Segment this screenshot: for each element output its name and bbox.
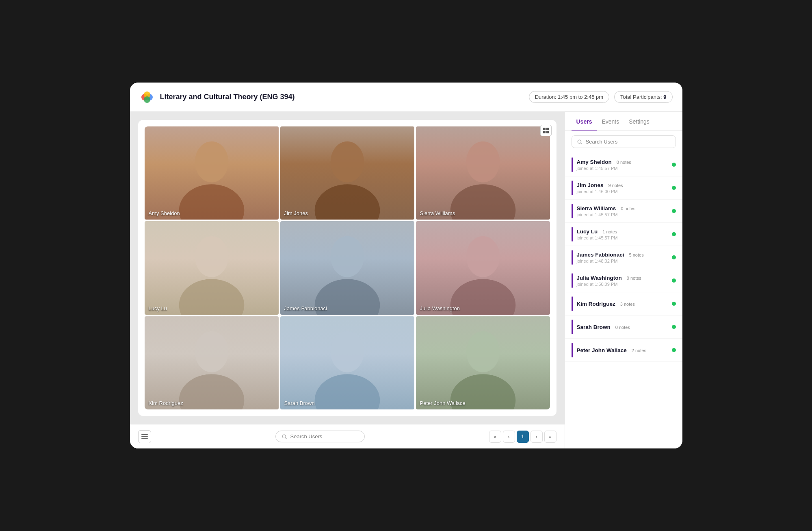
user-info: Sierra Williams0 notesjoined at 1:45:57 … bbox=[577, 205, 669, 217]
user-name: Kim Rodriguez bbox=[577, 301, 615, 307]
user-info: Kim Rodriguez3 notes bbox=[577, 301, 669, 307]
video-cell-amy-sheldon[interactable]: Amy Sheldon bbox=[145, 126, 279, 220]
sidebar-search-input[interactable] bbox=[586, 139, 671, 145]
main-layout: Amy SheldonJim JonesSierra WilliamsLucy … bbox=[130, 112, 682, 448]
user-list-item[interactable]: Kim Rodriguez3 notes bbox=[565, 292, 682, 316]
svg-point-24 bbox=[578, 140, 581, 143]
person-silhouette bbox=[416, 221, 550, 314]
sidebar-search-area bbox=[565, 131, 682, 153]
user-info: Sarah Brown0 notes bbox=[577, 324, 669, 330]
video-cell-label: Jim Jones bbox=[284, 210, 308, 216]
sidebar-search-bar[interactable] bbox=[572, 135, 676, 148]
svg-point-4 bbox=[179, 184, 244, 220]
svg-point-7 bbox=[330, 141, 364, 183]
person-silhouette bbox=[145, 221, 279, 314]
video-container: Amy SheldonJim JonesSierra WilliamsLucy … bbox=[138, 120, 556, 416]
video-cell-lucy-lu[interactable]: Lucy Lu bbox=[145, 221, 279, 314]
svg-point-18 bbox=[314, 374, 380, 409]
video-cell-label: Sierra Williams bbox=[420, 210, 455, 216]
user-list-item[interactable]: Amy Sheldon0 notesjoined at 1:45:57 PM bbox=[565, 153, 682, 176]
user-notes: 2 notes bbox=[632, 348, 646, 353]
user-name: Amy Sheldon bbox=[577, 159, 612, 165]
user-notes: 5 notes bbox=[629, 252, 644, 257]
svg-point-19 bbox=[330, 331, 364, 372]
tab-events[interactable]: Events bbox=[597, 112, 624, 131]
video-cell-kim-rodriguez[interactable]: Kim Rodriguez bbox=[145, 316, 279, 409]
user-online-status bbox=[672, 209, 676, 213]
video-cell-label: Lucy Lu bbox=[149, 305, 167, 311]
pagination: « ‹ 1 › » bbox=[489, 431, 556, 443]
video-cell-peter-john-wallace[interactable]: Peter John Wallace bbox=[416, 316, 550, 409]
page-next-button[interactable]: › bbox=[531, 431, 543, 443]
svg-point-3 bbox=[144, 96, 150, 103]
user-info: Amy Sheldon0 notesjoined at 1:45:57 PM bbox=[577, 159, 669, 171]
user-list-item[interactable]: James Fabbionaci5 notesjoined at 1:48:02… bbox=[565, 246, 682, 269]
svg-point-9 bbox=[466, 141, 500, 183]
sidebar-tabs: Users Events Settings bbox=[565, 112, 682, 131]
page-1-button[interactable]: 1 bbox=[517, 431, 529, 443]
sidebar-search-icon bbox=[577, 139, 582, 145]
svg-point-10 bbox=[179, 279, 244, 315]
svg-point-6 bbox=[314, 184, 380, 220]
person-silhouette bbox=[280, 316, 414, 409]
user-notes: 0 notes bbox=[617, 160, 631, 165]
user-info: Lucy Lu1 notesjoined at 1:45:57 PM bbox=[577, 229, 669, 240]
user-notes: 9 notes bbox=[608, 183, 623, 188]
right-sidebar: Users Events Settings Amy Sheldon0 notes… bbox=[565, 112, 682, 448]
user-online-status bbox=[672, 186, 676, 190]
page-first-button[interactable]: « bbox=[489, 431, 501, 443]
svg-point-17 bbox=[195, 331, 228, 372]
user-name: Jim Jones bbox=[577, 182, 604, 188]
tab-users[interactable]: Users bbox=[572, 112, 597, 131]
user-accent-bar bbox=[572, 343, 573, 357]
user-joined: joined at 1:48:02 PM bbox=[577, 259, 669, 263]
svg-point-8 bbox=[450, 184, 515, 220]
video-cell-james-fabbionaci[interactable]: James Fabbionaci bbox=[280, 221, 414, 314]
user-name: Julia Washington bbox=[577, 275, 622, 281]
grid-view-button[interactable] bbox=[540, 125, 552, 136]
video-cell-label: Julia Washington bbox=[420, 305, 460, 311]
svg-point-13 bbox=[330, 236, 364, 277]
user-list-item[interactable]: Sarah Brown0 notes bbox=[565, 316, 682, 339]
page-title: Literary and Cultural Theory (ENG 394) bbox=[160, 93, 529, 101]
svg-line-25 bbox=[580, 143, 582, 144]
user-accent-bar bbox=[572, 250, 573, 265]
video-cell-julia-washington[interactable]: Julia Washington bbox=[416, 221, 550, 314]
user-list-item[interactable]: Jim Jones9 notesjoined at 1:46:00 PM bbox=[565, 176, 682, 200]
bottom-search-input[interactable] bbox=[290, 433, 359, 440]
sidebar-toggle-button[interactable] bbox=[138, 430, 151, 443]
user-joined: joined at 1:45:57 PM bbox=[577, 166, 669, 171]
user-list-item[interactable]: Lucy Lu1 notesjoined at 1:45:57 PM bbox=[565, 223, 682, 246]
person-silhouette bbox=[145, 316, 279, 409]
bottom-search-bar[interactable] bbox=[275, 431, 365, 442]
user-info: Peter John Wallace2 notes bbox=[577, 347, 669, 353]
user-accent-bar bbox=[572, 181, 573, 195]
user-joined: joined at 1:45:57 PM bbox=[577, 235, 669, 240]
svg-point-14 bbox=[450, 279, 515, 315]
tab-settings[interactable]: Settings bbox=[624, 112, 654, 131]
svg-point-21 bbox=[466, 331, 500, 372]
duration-badge: Duration: 1:45 pm to 2:45 pm bbox=[529, 91, 609, 103]
bottom-bar: « ‹ 1 › » bbox=[130, 424, 565, 448]
header: Literary and Cultural Theory (ENG 394) D… bbox=[130, 83, 682, 112]
user-joined: joined at 1:45:57 PM bbox=[577, 212, 669, 217]
page-last-button[interactable]: » bbox=[544, 431, 556, 443]
user-info: Jim Jones9 notesjoined at 1:46:00 PM bbox=[577, 182, 669, 194]
user-notes: 0 notes bbox=[627, 276, 641, 281]
svg-point-11 bbox=[195, 236, 228, 277]
video-cell-sarah-brown[interactable]: Sarah Brown bbox=[280, 316, 414, 409]
user-notes: 0 notes bbox=[621, 206, 635, 211]
user-list-item[interactable]: Julia Washington0 notesjoined at 1:50:09… bbox=[565, 269, 682, 292]
user-list-item[interactable]: Sierra Williams0 notesjoined at 1:45:57 … bbox=[565, 200, 682, 223]
user-list: Amy Sheldon0 notesjoined at 1:45:57 PMJi… bbox=[565, 153, 682, 448]
user-list-item[interactable]: Peter John Wallace2 notes bbox=[565, 339, 682, 362]
page-prev-button[interactable]: ‹ bbox=[503, 431, 515, 443]
user-online-status bbox=[672, 348, 676, 352]
user-accent-bar bbox=[572, 320, 573, 334]
video-cell-jim-jones[interactable]: Jim Jones bbox=[280, 126, 414, 220]
search-icon bbox=[281, 434, 287, 440]
video-cell-sierra-williams[interactable]: Sierra Williams bbox=[416, 126, 550, 220]
user-name: Sarah Brown bbox=[577, 324, 611, 330]
user-accent-bar bbox=[572, 296, 573, 311]
user-accent-bar bbox=[572, 204, 573, 218]
